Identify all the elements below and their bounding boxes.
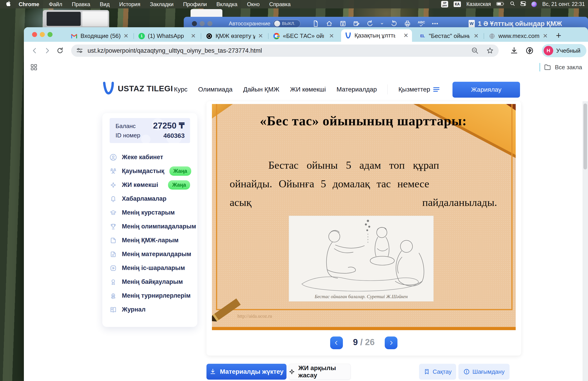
menubar-item-tab[interactable]: Вкладка xyxy=(212,1,242,7)
all-bookmarks-folder-icon[interactable] xyxy=(544,64,551,71)
new-tab-button[interactable]: + xyxy=(556,30,561,41)
new-document-icon[interactable] xyxy=(312,20,319,27)
profile-chip[interactable]: Н Учебный xyxy=(542,44,587,57)
tab-close-icon[interactable]: ✕ xyxy=(258,33,263,39)
sidebar-item-notifications[interactable]: Хабарламалар xyxy=(110,192,190,206)
undo-icon[interactable] xyxy=(367,20,374,27)
menubar-item-edit[interactable]: Правка xyxy=(67,1,95,7)
nav-kurs[interactable]: Курс xyxy=(174,86,188,93)
tab-google-search[interactable]: «БЕС ТАС» ойын ✕ xyxy=(270,30,338,42)
siri-icon[interactable] xyxy=(531,1,537,7)
ai-create-button[interactable]: ЖИ арқылы жасау xyxy=(289,364,351,380)
menubar-item-help[interactable]: Справка xyxy=(264,1,295,7)
back-button[interactable] xyxy=(31,47,39,55)
tab-gmail[interactable]: Входящие (56) - ✕ xyxy=(67,30,132,42)
xppen-tray-icon[interactable]: XPpen xyxy=(441,1,448,7)
publish-button[interactable]: Жариялау xyxy=(452,82,520,98)
tab-close-icon[interactable]: ✕ xyxy=(329,33,334,39)
tab-close-icon[interactable]: ✕ xyxy=(124,33,128,39)
site-logo[interactable]: USTAZ TILEGI xyxy=(102,82,173,95)
input-language-label[interactable]: Казахская xyxy=(466,1,491,7)
word-close-button[interactable] xyxy=(192,21,197,26)
window-minimize-button[interactable] xyxy=(40,32,45,37)
zoom-out-icon[interactable] xyxy=(471,47,479,54)
forward-button[interactable] xyxy=(43,47,51,55)
id-label: ID номер xyxy=(116,132,140,139)
tab-close-icon[interactable]: ✕ xyxy=(403,32,408,39)
tab-ustaz-active[interactable]: Қазақтың ұлттық ✕ xyxy=(341,29,412,42)
sidebar-item-ai-assistant[interactable]: ЖИ көмекші Жаңа xyxy=(110,178,190,192)
menubar-item-view[interactable]: Вид xyxy=(95,1,114,7)
prev-slide-button[interactable] xyxy=(330,337,343,349)
tab-whatsapp[interactable]: 1 (1) WhatsApp ✕ xyxy=(135,30,199,42)
macos-menubar: Chrome Файл Правка Вид История Закладки … xyxy=(0,0,588,8)
battery-icon[interactable] xyxy=(496,1,504,7)
tab-bestas[interactable]: EL "Бестас" ойыны! ✕ xyxy=(415,30,482,42)
play-icon xyxy=(110,265,117,272)
url-bar[interactable]: ust.kz/powerpoint/qazaqtyng_ulttyq_oiyny… xyxy=(71,44,499,57)
sidebar-item-olympiads[interactable]: Менің олимпиадаларым xyxy=(110,220,190,233)
bookmark-icon xyxy=(424,368,430,375)
tab-close-icon[interactable]: ✕ xyxy=(474,33,479,39)
site-settings-icon[interactable] xyxy=(76,47,83,54)
menubar-clock[interactable]: Вс, 21 сент. 22:31 xyxy=(542,1,585,7)
control-center-icon[interactable] xyxy=(521,1,526,7)
download-material-button[interactable]: Материалды жүктеу xyxy=(207,364,287,380)
redo-icon[interactable] xyxy=(390,20,397,27)
downloads-icon[interactable] xyxy=(510,47,518,55)
sidebar-item-events[interactable]: Менің іс-шараларым xyxy=(110,261,190,275)
apple-menu-icon[interactable] xyxy=(0,1,14,7)
spotlight-icon[interactable] xyxy=(510,1,515,7)
menubar-item-window[interactable]: Окно xyxy=(242,1,264,7)
battery-saver-icon[interactable] xyxy=(525,47,534,55)
page-scrollbar[interactable] xyxy=(583,101,588,381)
chevron-right-icon xyxy=(388,340,394,346)
menubar-app-name[interactable]: Chrome xyxy=(14,1,44,7)
sidebar-item-kmzh[interactable]: Менің ҚМЖ-ларым xyxy=(110,233,190,247)
input-source-icon[interactable]: КА xyxy=(454,1,461,7)
next-slide-button[interactable] xyxy=(385,337,398,349)
sidebar-item-journal[interactable]: Журнал xyxy=(110,303,190,317)
save-as-icon[interactable] xyxy=(353,20,360,27)
nav-services[interactable]: Қызметтер xyxy=(398,86,440,93)
word-minimize-button[interactable] xyxy=(200,21,205,26)
sidebar-item-courses[interactable]: Менің курстарым xyxy=(110,206,190,220)
sidebar-item-contests[interactable]: Менің байқауларым xyxy=(110,275,190,289)
spellcheck-icon[interactable]: ABC xyxy=(418,21,425,27)
current-slide: 9 xyxy=(353,337,358,347)
apps-grid-icon[interactable] xyxy=(30,64,38,71)
url-text[interactable]: ust.kz/powerpoint/qazaqtyng_ulttyq_oiyny… xyxy=(87,47,262,54)
menubar-item-bookmarks[interactable]: Закладки xyxy=(145,1,178,7)
more-tools-icon[interactable]: ••• xyxy=(432,21,438,27)
tab-close-icon[interactable]: ✕ xyxy=(191,33,196,39)
nav-dayyn-kmzh[interactable]: Дайын ҚМЖ xyxy=(243,86,279,93)
nav-olimpiada[interactable]: Олимпиада xyxy=(198,86,233,93)
report-button[interactable]: Шағымдану xyxy=(458,364,509,380)
sidebar-item-materials[interactable]: Менің материалдарым xyxy=(110,247,190,261)
tab-chatgpt[interactable]: ҚМЖ өзгерту ұсы ✕ xyxy=(202,30,267,42)
menubar-item-profiles[interactable]: Профили xyxy=(178,1,212,7)
tab-mexc[interactable]: www.mexc.com ✕ xyxy=(485,30,551,42)
scrollbar-thumb[interactable] xyxy=(584,104,587,169)
autosave-toggle[interactable]: ВЫКЛ. xyxy=(273,20,300,27)
menubar-item-file[interactable]: Файл xyxy=(44,1,67,7)
sidebar-item-cabinet[interactable]: Жеке кабинет xyxy=(110,150,190,164)
save-icon[interactable] xyxy=(339,20,346,27)
bookmark-star-icon[interactable] xyxy=(486,47,494,54)
print-icon[interactable] xyxy=(404,20,411,27)
undo-dropdown-icon[interactable] xyxy=(380,20,384,27)
nav-materialdar[interactable]: Материалдар xyxy=(336,86,377,93)
tab-close-icon[interactable]: ✕ xyxy=(543,33,548,39)
nav-zhi-komekshi[interactable]: ЖИ көмекші xyxy=(290,86,326,93)
window-zoom-button[interactable] xyxy=(47,32,53,37)
home-icon[interactable] xyxy=(326,20,333,27)
save-button[interactable]: Сақтау xyxy=(419,364,456,380)
all-bookmarks-label[interactable]: Все закла xyxy=(555,64,582,71)
sidebar-item-tournaments[interactable]: Менің турнирлерлерім xyxy=(110,289,190,303)
sidebar-item-community[interactable]: Қауымдастық Жаңа xyxy=(110,164,190,178)
window-close-button[interactable] xyxy=(32,32,37,37)
gmail-icon xyxy=(71,33,78,39)
word-zoom-button[interactable] xyxy=(207,21,212,26)
menubar-item-history[interactable]: История xyxy=(114,1,145,7)
reload-button[interactable] xyxy=(56,47,64,55)
